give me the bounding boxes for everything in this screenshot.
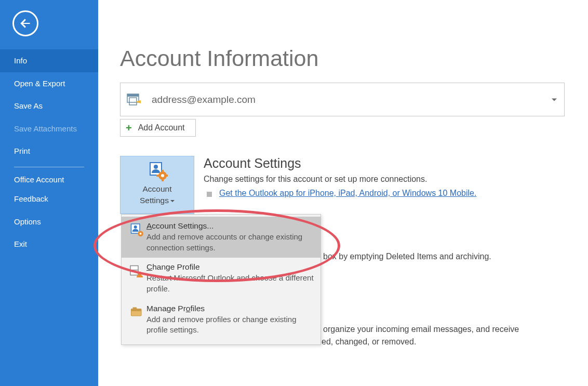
arrow-left-icon — [19, 17, 32, 30]
chevron-down-icon — [170, 200, 175, 202]
rules-alerts-text-fragment-2: ed, changed, or removed. — [322, 336, 416, 348]
sidebar-item-info[interactable]: Info — [0, 49, 98, 72]
backstage-sidebar: Info Open & Export Save As Save Attachme… — [0, 0, 98, 386]
menu-item-change-profile[interactable]: Change Profile Restart Microsoft Outlook… — [122, 258, 320, 299]
menu-item-desc: Add and remove profiles or change existi… — [146, 314, 314, 336]
account-email: address@example.com — [152, 94, 256, 105]
sidebar-item-save-attachments: Save Attachments — [0, 117, 98, 140]
back-button[interactable] — [12, 10, 38, 36]
svg-point-13 — [134, 225, 137, 229]
section-description: Change settings for this account or set … — [204, 173, 476, 185]
chevron-down-icon — [552, 98, 557, 101]
tile-label: Account Settings — [121, 183, 194, 206]
menu-item-title: Change Profile — [146, 262, 314, 272]
svg-rect-1 — [127, 94, 139, 97]
menu-item-desc: Add and remove accounts or change existi… — [146, 232, 314, 253]
account-settings-dropdown: Account Settings... Add and remove accou… — [121, 214, 321, 345]
sidebar-item-save-as[interactable]: Save As — [0, 95, 98, 117]
mailbox-cleanup-text-fragment: box by emptying Deleted Items and archiv… — [323, 250, 491, 263]
svg-rect-2 — [129, 98, 137, 105]
bullet-icon — [207, 192, 212, 197]
page-title: Account Information — [120, 46, 588, 71]
menu-item-title: Account Settings... — [146, 221, 314, 231]
svg-point-15 — [140, 233, 142, 235]
account-settings-tile[interactable]: Account Settings — [120, 156, 194, 214]
account-icon — [121, 91, 148, 108]
menu-item-manage-profiles[interactable]: Manage Profiles Add and remove profiles … — [122, 299, 320, 340]
menu-item-desc: Restart Microsoft Outlook and choose a d… — [146, 273, 314, 294]
account-selector[interactable]: address@example.com — [120, 83, 565, 116]
sidebar-item-exit[interactable]: Exit — [0, 233, 98, 256]
section-title: Account Settings — [204, 156, 476, 171]
svg-rect-10 — [156, 175, 159, 177]
account-settings-section: Account Settings Change settings for thi… — [204, 156, 476, 198]
sidebar-separator — [14, 167, 84, 167]
plus-icon: + — [126, 123, 132, 133]
svg-rect-9 — [162, 179, 164, 181]
sidebar-item-open-export[interactable]: Open & Export — [0, 72, 98, 95]
sidebar-item-print[interactable]: Print — [0, 140, 98, 163]
svg-rect-21 — [133, 307, 137, 309]
menu-item-account-settings[interactable]: Account Settings... Add and remove accou… — [122, 217, 320, 258]
svg-rect-8 — [162, 170, 164, 172]
get-outlook-app-link[interactable]: Get the Outlook app for iPhone, iPad, An… — [219, 189, 476, 198]
add-account-button[interactable]: + Add Account — [120, 119, 196, 137]
sidebar-item-feedback[interactable]: Feedback — [0, 188, 98, 210]
manage-profiles-icon — [127, 304, 146, 336]
add-account-label: Add Account — [138, 123, 185, 132]
svg-rect-17 — [130, 270, 138, 271]
svg-point-7 — [161, 174, 164, 177]
account-settings-icon — [127, 221, 146, 253]
sidebar-nav: Info Open & Export Save As Save Attachme… — [0, 49, 98, 256]
sidebar-item-office-account[interactable]: Office Account — [0, 171, 98, 188]
sidebar-item-options[interactable]: Options — [0, 210, 98, 233]
account-settings-icon — [147, 161, 168, 181]
rules-alerts-text-fragment-1: organize your incoming email messages, a… — [323, 323, 519, 336]
svg-rect-11 — [165, 175, 168, 177]
change-profile-icon — [127, 262, 146, 294]
menu-item-title: Manage Profiles — [146, 304, 314, 313]
svg-point-5 — [154, 165, 158, 169]
